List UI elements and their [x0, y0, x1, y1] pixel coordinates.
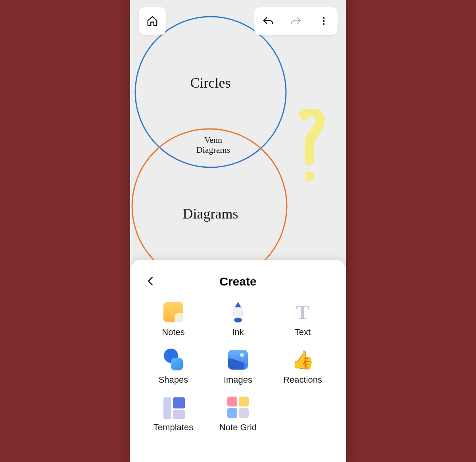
text-icon: T — [292, 301, 314, 323]
whiteboard-canvas[interactable] — [130, 0, 346, 262]
redo-icon — [290, 15, 302, 27]
create-shapes[interactable]: Shapes — [141, 349, 206, 385]
ink-icon — [227, 301, 249, 323]
templates-icon — [162, 396, 184, 418]
svg-point-6 — [234, 318, 242, 322]
label-circles[interactable]: Circles — [130, 75, 291, 91]
undo-button[interactable] — [254, 7, 282, 35]
create-grid: Notes Ink T Text — [141, 301, 335, 433]
top-right-toolbar — [254, 7, 338, 35]
redo-button[interactable] — [282, 7, 310, 35]
sheet-header: Create — [141, 272, 335, 291]
home-icon — [146, 15, 158, 27]
app-screen: Circles Venn Diagrams Diagrams — [130, 0, 346, 462]
svg-point-3 — [322, 17, 324, 19]
create-ink-label: Ink — [232, 327, 244, 337]
more-button[interactable] — [310, 7, 338, 35]
create-shapes-label: Shapes — [159, 375, 188, 385]
home-button[interactable] — [139, 7, 166, 35]
reactions-icon: 👍 — [292, 349, 314, 371]
create-text[interactable]: T Text — [271, 301, 335, 337]
notes-icon — [162, 301, 184, 323]
undo-icon — [262, 15, 274, 27]
svg-point-5 — [322, 23, 324, 25]
create-templates-label: Templates — [154, 422, 193, 433]
create-reactions-label: Reactions — [283, 375, 322, 385]
more-vertical-icon — [319, 16, 329, 26]
create-notegrid-label: Note Grid — [219, 422, 257, 433]
notegrid-icon — [227, 396, 249, 418]
shapes-icon — [162, 349, 184, 371]
label-diagrams[interactable]: Diagrams — [130, 205, 291, 222]
create-notegrid[interactable]: Note Grid — [206, 396, 271, 433]
create-images-label: Images — [224, 375, 252, 385]
svg-point-4 — [322, 20, 324, 22]
create-notes[interactable]: Notes — [141, 301, 206, 337]
create-reactions[interactable]: 👍 Reactions — [271, 349, 335, 385]
create-sheet: Create Notes Ink T Text — [130, 260, 346, 462]
back-button[interactable] — [145, 274, 156, 290]
chevron-left-icon — [145, 274, 156, 288]
create-text-label: Text — [295, 327, 311, 337]
create-images[interactable]: Images — [206, 349, 271, 385]
label-intersection[interactable]: Venn Diagrams — [130, 135, 297, 155]
create-notes-label: Notes — [162, 327, 184, 337]
create-ink[interactable]: Ink — [206, 301, 271, 337]
images-icon — [227, 349, 249, 371]
sheet-title: Create — [219, 275, 256, 288]
create-templates[interactable]: Templates — [141, 396, 206, 433]
